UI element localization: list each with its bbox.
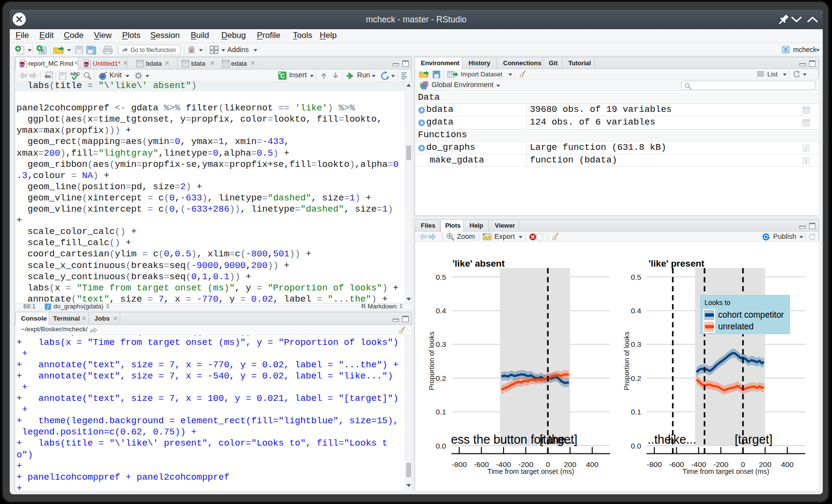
svg-text:400: 400 (781, 460, 794, 468)
svg-text:0.2: 0.2 (631, 374, 641, 382)
svg-text:Time from target onset (ms): Time from target onset (ms) (683, 468, 769, 475)
svg-text:ABC: ABC (70, 71, 80, 76)
svg-text:Time from target onset (ms): Time from target onset (ms) (488, 468, 574, 475)
svg-text:0.0: 0.0 (435, 442, 446, 450)
svg-text:unrelated: unrelated (718, 322, 754, 331)
svg-text:Proportion of looks: Proportion of looks (428, 332, 435, 391)
svg-text:Rmd: Rmd (83, 63, 90, 66)
svg-text:'like' present: 'like' present (649, 258, 705, 269)
svg-text:-600: -600 (474, 460, 489, 468)
svg-text:R: R (784, 47, 788, 53)
svg-text:Looks to: Looks to (705, 299, 730, 306)
svg-text:0.4: 0.4 (631, 306, 641, 315)
svg-text:'like' absent: 'like' absent (452, 258, 505, 269)
svg-text:0.5: 0.5 (435, 273, 446, 281)
svg-text:0.5: 0.5 (631, 273, 641, 281)
svg-text:-800: -800 (452, 460, 467, 468)
svg-text:...the: ...the (644, 432, 671, 446)
svg-text:-600: -600 (669, 460, 684, 468)
svg-text:-800: -800 (647, 460, 662, 468)
svg-text:0.4: 0.4 (435, 306, 446, 315)
svg-text:cohort competitor: cohort competitor (718, 310, 784, 320)
svg-text:400: 400 (586, 460, 598, 468)
svg-text:0.3: 0.3 (631, 340, 641, 348)
svg-text:[target]: [target] (735, 432, 773, 446)
svg-text:Proportion of looks: Proportion of looks (623, 332, 631, 391)
svg-text:like...: like... (668, 432, 696, 446)
svg-text:0.2: 0.2 (435, 374, 446, 382)
svg-text:0.1: 0.1 (435, 408, 446, 416)
svg-text:0.0: 0.0 (631, 442, 641, 450)
svg-text:0.3: 0.3 (435, 340, 446, 348)
svg-text:0.1: 0.1 (631, 408, 641, 416)
svg-text:[target]: [target] (540, 432, 578, 446)
svg-text:Rmd: Rmd (19, 63, 25, 66)
